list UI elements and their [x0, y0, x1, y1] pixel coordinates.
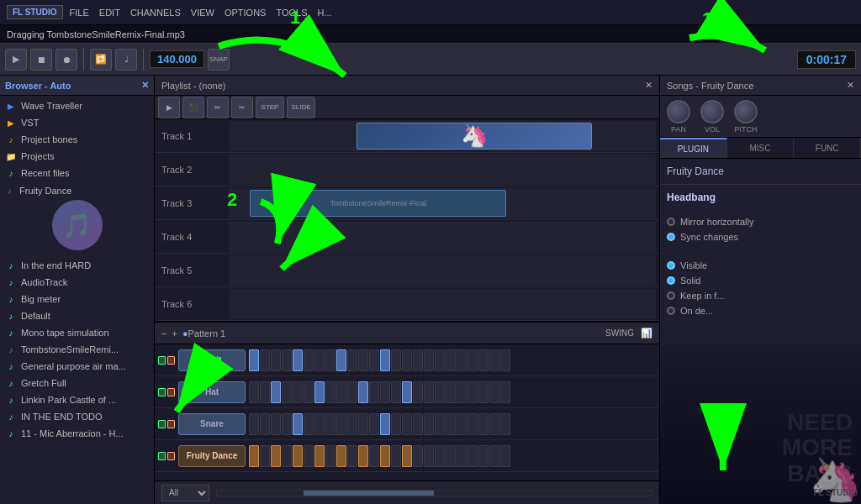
browser-item-in-the-end[interactable]: ♪ In the end HARD: [0, 257, 154, 274]
tab-plugin[interactable]: PLUGIN: [660, 138, 727, 158]
step[interactable]: [282, 381, 292, 403]
step[interactable]: [457, 349, 467, 371]
step[interactable]: [380, 413, 390, 435]
step[interactable]: [358, 381, 368, 403]
step[interactable]: [336, 445, 346, 467]
step[interactable]: [402, 349, 412, 371]
pt-mute-btn[interactable]: [167, 356, 175, 365]
record-button[interactable]: ⏺: [55, 49, 77, 71]
step[interactable]: [260, 445, 270, 467]
pl-tool-1[interactable]: ▶: [158, 97, 180, 118]
step[interactable]: [391, 413, 401, 435]
pan-knob[interactable]: [667, 100, 690, 123]
step[interactable]: [478, 445, 489, 467]
step[interactable]: [304, 349, 314, 371]
step[interactable]: [358, 349, 368, 371]
track-block-tombstone[interactable]: TombstoneSmileRemix-Final: [250, 190, 506, 217]
step[interactable]: [489, 381, 499, 403]
step[interactable]: [358, 413, 368, 435]
pitch-knob[interactable]: [734, 100, 758, 123]
step[interactable]: [293, 349, 303, 371]
pl-tool-4[interactable]: ✂: [231, 97, 253, 118]
fl-logo[interactable]: FL STUDIO: [7, 5, 63, 19]
step[interactable]: [293, 445, 303, 467]
tab-misc[interactable]: MISC: [727, 138, 795, 158]
stop-button[interactable]: ⏹: [30, 49, 52, 71]
step[interactable]: [391, 349, 401, 371]
step[interactable]: [369, 381, 379, 403]
step[interactable]: [336, 349, 346, 371]
browser-item-big-meter[interactable]: ♪ Big meter: [0, 291, 154, 307]
step[interactable]: [249, 445, 259, 467]
vol-knob[interactable]: [700, 100, 724, 123]
browser-item-general-purpose[interactable]: ♪ General purpose air ma...: [0, 358, 154, 375]
step[interactable]: [457, 445, 467, 467]
step[interactable]: [314, 445, 325, 467]
step[interactable]: [402, 413, 412, 435]
track-content-3[interactable]: TombstoneSmileRemix-Final: [229, 188, 656, 218]
step[interactable]: [478, 381, 489, 403]
track-block-pony[interactable]: 🦄: [357, 123, 591, 150]
step[interactable]: [413, 413, 423, 435]
sync-radio[interactable]: [667, 233, 675, 241]
playlist-close[interactable]: ✕: [645, 80, 652, 91]
step[interactable]: [325, 445, 335, 467]
browser-item-vst[interactable]: ▶ VST: [0, 114, 154, 131]
pt-mute-btn[interactable]: [167, 420, 175, 428]
step[interactable]: [314, 413, 325, 435]
step[interactable]: [304, 413, 314, 435]
step[interactable]: [424, 349, 434, 371]
keep-check[interactable]: [667, 291, 675, 300]
step[interactable]: [457, 413, 467, 435]
pt-active-btn[interactable]: [158, 356, 166, 365]
step[interactable]: [467, 349, 478, 371]
step[interactable]: [358, 445, 368, 467]
step[interactable]: [478, 413, 489, 435]
pt-mute-btn[interactable]: [167, 452, 175, 460]
step[interactable]: [282, 349, 292, 371]
menu-edit[interactable]: EDIT: [99, 8, 120, 18]
step[interactable]: [467, 381, 478, 403]
browser-close[interactable]: ✕: [141, 80, 149, 91]
menu-help[interactable]: H...: [318, 8, 332, 18]
step[interactable]: [347, 413, 357, 435]
step[interactable]: [271, 381, 281, 403]
step[interactable]: [489, 413, 499, 435]
menu-tools[interactable]: TOOLS: [276, 8, 307, 18]
step[interactable]: [249, 349, 259, 371]
step[interactable]: [489, 445, 499, 467]
step[interactable]: [336, 381, 346, 403]
step[interactable]: [413, 381, 423, 403]
step[interactable]: [457, 381, 467, 403]
step[interactable]: [260, 413, 270, 435]
pl-tool-step[interactable]: STEP: [256, 97, 284, 118]
track-content-6[interactable]: [229, 289, 656, 319]
step[interactable]: [369, 349, 379, 371]
browser-item-projects[interactable]: 📁 Projects: [0, 148, 154, 165]
step[interactable]: [478, 349, 489, 371]
step[interactable]: [260, 349, 270, 371]
browser-item-project-bones[interactable]: ♪ Project bones: [0, 131, 154, 148]
menu-view[interactable]: VIEW: [191, 8, 214, 18]
track-content-1[interactable]: 🦄: [229, 121, 656, 151]
step[interactable]: [314, 349, 325, 371]
step[interactable]: [446, 381, 456, 403]
pt-name-hat[interactable]: Hat: [178, 381, 246, 403]
loop-button[interactable]: 🔁: [90, 49, 112, 71]
step[interactable]: [249, 413, 259, 435]
browser-item-gretch[interactable]: ♪ Gretch Full: [0, 375, 154, 391]
pt-active-btn[interactable]: [158, 388, 166, 396]
menu-options[interactable]: OPTIONS: [224, 8, 267, 18]
pl-tool-slide[interactable]: SLIDE: [287, 97, 315, 118]
pattern-filter-select[interactable]: All Kick Hat Snare: [161, 485, 209, 501]
track-content-2[interactable]: [229, 155, 656, 185]
pattern-minus[interactable]: −: [161, 328, 166, 339]
step[interactable]: [435, 381, 445, 403]
step[interactable]: [347, 381, 357, 403]
step[interactable]: [500, 381, 510, 403]
step[interactable]: [271, 349, 281, 371]
step[interactable]: [489, 349, 499, 371]
tab-func[interactable]: FUNC: [794, 138, 861, 158]
step[interactable]: [293, 381, 303, 403]
step[interactable]: [380, 445, 390, 467]
